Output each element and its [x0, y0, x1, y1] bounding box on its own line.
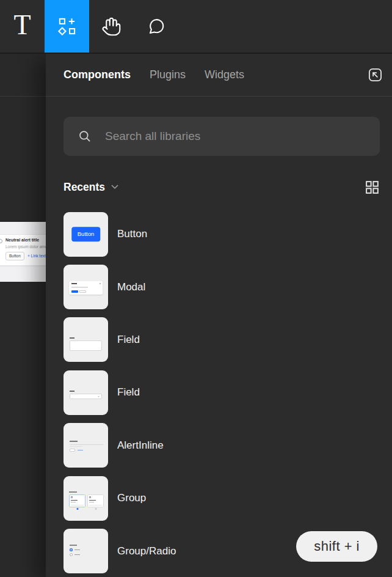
tab-plugins[interactable]: Plugins — [150, 68, 186, 81]
grid-view-button[interactable] — [365, 180, 380, 195]
panel-header: Components Plugins Widgets — [46, 54, 392, 97]
text-tool-button[interactable]: T — [0, 0, 45, 53]
components-panel: Components Plugins Widgets Recents — [46, 54, 392, 577]
component-list-item[interactable]: Group — [46, 472, 392, 524]
component-item-label: Group — [117, 492, 146, 504]
toolbar: T — [0, 0, 392, 54]
component-item-label: Modal — [117, 281, 145, 293]
component-list-item[interactable]: AlertInline — [46, 419, 392, 472]
thumb-modal-mock — [69, 281, 103, 295]
search-box[interactable] — [64, 117, 380, 156]
alert-button: Button — [5, 252, 24, 260]
tab-widgets[interactable]: Widgets — [205, 68, 244, 81]
component-list-item[interactable]: Field — [46, 366, 392, 419]
keyboard-shortcut-badge: shift + i — [296, 531, 377, 562]
comment-tool-button[interactable] — [134, 0, 178, 53]
thumb-button-chip: Button — [71, 227, 100, 241]
component-list-item[interactable]: Modal — [46, 260, 392, 313]
component-item-thumbnail[interactable] — [64, 370, 108, 415]
search-icon — [77, 128, 93, 144]
component-item-thumbnail[interactable] — [64, 529, 108, 573]
grid-view-icon — [365, 180, 380, 195]
hand-tool-button[interactable] — [89, 0, 134, 53]
text-tool-icon: T — [13, 11, 31, 39]
canvas-frame-edge — [0, 96, 46, 97]
component-item-thumbnail[interactable] — [64, 265, 108, 309]
component-item-thumbnail[interactable] — [64, 317, 108, 362]
components-tool-icon — [58, 17, 76, 35]
recents-title[interactable]: Recents — [64, 181, 105, 194]
hand-tool-icon — [101, 17, 122, 37]
chevron-down-icon[interactable] — [111, 185, 118, 189]
component-item-thumbnail[interactable] — [64, 476, 108, 521]
comment-tool-icon — [147, 17, 165, 36]
component-item-label: Field — [117, 334, 140, 346]
components-tool-button[interactable] — [45, 0, 89, 53]
component-list-item[interactable]: Field — [46, 314, 392, 366]
search-input[interactable] — [105, 130, 366, 143]
tab-components[interactable]: Components — [64, 68, 131, 81]
component-list-item[interactable]: Button Button — [46, 208, 392, 260]
artboard-fragment: Neutral alert title Lorem ipsum dolor am… — [0, 222, 46, 282]
component-item-label: Group/Radio — [117, 545, 176, 557]
popout-panel-button[interactable] — [364, 64, 386, 86]
component-item-label: AlertInline — [117, 439, 164, 452]
alert-link: + Link text — [27, 254, 46, 258]
component-item-label: Field — [117, 386, 140, 399]
popout-arrow-icon — [367, 67, 383, 83]
shortcut-text: shift + i — [314, 538, 360, 554]
alert-title: Neutral alert title — [5, 238, 39, 242]
canvas[interactable]: Neutral alert title Lorem ipsum dolor am… — [0, 54, 46, 577]
components-list: Button Button Modal Field Field AlertInl… — [46, 208, 392, 577]
component-item-thumbnail[interactable]: Button — [64, 212, 108, 257]
component-item-thumbnail[interactable] — [64, 423, 108, 468]
component-item-label: Button — [117, 228, 147, 240]
recents-section-row: Recents — [64, 179, 380, 195]
info-circle-icon — [0, 239, 2, 243]
